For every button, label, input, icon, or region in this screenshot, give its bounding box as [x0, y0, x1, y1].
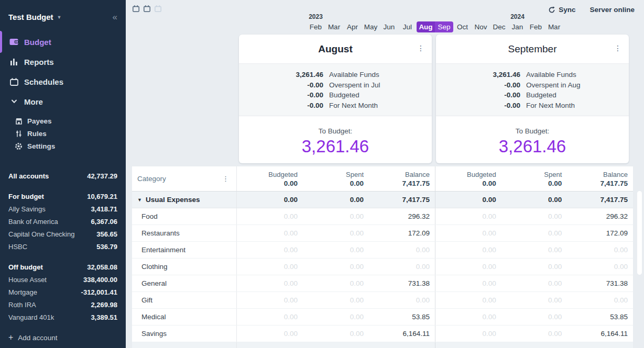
category-header-cell[interactable]: Category ⋮: [132, 166, 237, 191]
category-row[interactable]: Gift 0.00 0.00 0.00 0.00 0.00 0.00: [132, 292, 633, 309]
balance-cell[interactable]: 0.00: [567, 259, 633, 275]
account-row[interactable]: Mortgage -312,001.41: [8, 286, 117, 298]
budgeted-cell[interactable]: 0.00: [435, 208, 501, 224]
month-cell[interactable]: Feb: [527, 13, 545, 32]
server-status-button[interactable]: Server online: [590, 6, 635, 14]
month-cell[interactable]: Oct: [453, 13, 472, 32]
month-menu-icon[interactable]: ⋮: [417, 44, 424, 52]
account-row[interactable]: Ally Savings 3,418.71: [8, 203, 117, 215]
one-month-view-icon[interactable]: [133, 5, 139, 12]
budget-file-menu[interactable]: Test Budget ▼: [8, 13, 61, 21]
account-row[interactable]: Roth IRA 2,269.98: [8, 298, 117, 311]
balance-cell[interactable]: 296.32: [369, 208, 435, 224]
sidebar-item-settings[interactable]: Settings: [0, 140, 126, 152]
category-menu-icon[interactable]: ⋮: [222, 175, 229, 183]
month-cell[interactable]: Jul: [398, 13, 417, 32]
month-cell[interactable]: Jun: [380, 13, 398, 32]
category-row[interactable]: Restaurants 0.00 0.00 172.09 0.00 0.00 1…: [132, 225, 633, 242]
category-row[interactable]: General 0.00 0.00 731.38 0.00 0.00 731.3…: [132, 275, 633, 292]
category-name[interactable]: Restaurants: [132, 225, 237, 241]
balance-cell[interactable]: 172.09: [369, 225, 435, 241]
category-name[interactable]: Savings: [132, 325, 237, 342]
all-accounts-row[interactable]: All accounts 42,737.29: [8, 170, 117, 182]
category-group-row[interactable]: ▶Bills 0.00 0.00 0.00 0.00 0.00 0.00: [132, 342, 633, 348]
spent-cell[interactable]: 0.00: [303, 275, 369, 291]
budgeted-cell[interactable]: 0.00: [237, 325, 303, 342]
category-name[interactable]: Gift: [132, 292, 237, 308]
balance-cell[interactable]: 6,164.11: [369, 325, 435, 342]
budgeted-cell[interactable]: 0.00: [237, 309, 303, 325]
spent-cell[interactable]: 0.00: [501, 309, 567, 325]
budgeted-cell[interactable]: 0.00: [237, 292, 303, 308]
month-cell[interactable]: 2023Feb: [307, 13, 325, 32]
category-row[interactable]: Clothing 0.00 0.00 0.00 0.00 0.00 0.00: [132, 259, 633, 275]
spent-cell[interactable]: 0.00: [303, 325, 369, 342]
account-row[interactable]: Bank of America 6,367.06: [8, 215, 117, 228]
category-name[interactable]: Food: [132, 208, 237, 224]
balance-cell[interactable]: 0.00: [369, 242, 435, 258]
account-row[interactable]: Vanguard 401k 3,389.51: [8, 311, 117, 323]
account-row[interactable]: Capital One Checking 356.65: [8, 228, 117, 240]
sidebar-item-budget[interactable]: Budget: [0, 32, 126, 52]
spent-cell[interactable]: 0.00: [501, 292, 567, 308]
balance-cell[interactable]: 731.38: [567, 275, 633, 291]
sidebar-item-rules[interactable]: Rules: [0, 127, 126, 140]
month-cell-selected[interactable]: Sep: [435, 13, 453, 32]
collapse-sidebar-button[interactable]: «: [113, 13, 117, 21]
month-cell[interactable]: Mar: [545, 13, 563, 32]
spent-cell[interactable]: 0.00: [303, 208, 369, 224]
sidebar-item-more[interactable]: More: [0, 92, 126, 111]
month-cell[interactable]: 2024Jan: [508, 13, 527, 32]
spent-cell[interactable]: 0.00: [303, 242, 369, 258]
spent-cell[interactable]: 0.00: [303, 292, 369, 308]
spent-cell[interactable]: 0.00: [303, 309, 369, 325]
category-name[interactable]: General: [132, 275, 237, 291]
month-cell-selected[interactable]: Aug: [417, 13, 435, 32]
collapse-group-icon[interactable]: ▼: [137, 197, 142, 203]
category-group-row[interactable]: ▼Usual Expenses 0.00 0.00 7,417.75 0.00 …: [132, 192, 633, 208]
spent-cell[interactable]: 0.00: [303, 225, 369, 241]
spent-cell[interactable]: 0.00: [303, 259, 369, 275]
vertical-scrollbar-thumb[interactable]: [637, 191, 642, 275]
account-row[interactable]: House Asset 338,400.00: [8, 273, 117, 286]
budgeted-cell[interactable]: 0.00: [435, 242, 501, 258]
sidebar-item-schedules[interactable]: Schedules: [0, 72, 126, 92]
category-row[interactable]: Entertainment 0.00 0.00 0.00 0.00 0.00 0…: [132, 242, 633, 259]
balance-cell[interactable]: 6,164.11: [567, 325, 633, 342]
budgeted-cell[interactable]: 0.00: [435, 225, 501, 241]
month-cell[interactable]: Apr: [343, 13, 362, 32]
budgeted-cell[interactable]: 0.00: [435, 309, 501, 325]
month-cell[interactable]: Nov: [472, 13, 490, 32]
spent-cell[interactable]: 0.00: [501, 325, 567, 342]
spent-cell[interactable]: 0.00: [501, 259, 567, 275]
balance-cell[interactable]: 731.38: [369, 275, 435, 291]
three-month-view-icon[interactable]: [155, 5, 161, 12]
sidebar-item-payees[interactable]: Payees: [0, 115, 126, 127]
budgeted-cell[interactable]: 0.00: [237, 242, 303, 258]
budgeted-cell[interactable]: 0.00: [435, 275, 501, 291]
category-row[interactable]: Medical 0.00 0.00 53.85 0.00 0.00 53.85: [132, 309, 633, 325]
category-name[interactable]: Medical: [132, 309, 237, 325]
add-account-button[interactable]: + Add account: [8, 331, 117, 344]
balance-cell[interactable]: 0.00: [369, 259, 435, 275]
month-menu-icon[interactable]: ⋮: [614, 44, 621, 52]
month-cell[interactable]: May: [362, 13, 380, 32]
balance-cell[interactable]: 0.00: [567, 292, 633, 308]
budgeted-cell[interactable]: 0.00: [237, 208, 303, 224]
balance-cell[interactable]: 296.32: [567, 208, 633, 224]
to-budget-amount[interactable]: 3,261.46: [239, 137, 432, 156]
off-budget-row[interactable]: Off budget 32,058.08: [8, 261, 117, 273]
category-row[interactable]: Savings 0.00 0.00 6,164.11 0.00 0.00 6,1…: [132, 325, 633, 342]
balance-cell[interactable]: 0.00: [567, 242, 633, 258]
balance-cell[interactable]: 53.85: [369, 309, 435, 325]
for-budget-row[interactable]: For budget 10,679.21: [8, 190, 117, 203]
balance-cell[interactable]: 0.00: [369, 292, 435, 308]
category-name[interactable]: Clothing: [132, 259, 237, 275]
to-budget-amount[interactable]: 3,261.46: [436, 137, 629, 156]
sidebar-item-reports[interactable]: Reports: [0, 52, 126, 72]
category-row[interactable]: Food 0.00 0.00 296.32 0.00 0.00 296.32: [132, 208, 633, 225]
account-row[interactable]: HSBC 536.79: [8, 240, 117, 253]
spent-cell[interactable]: 0.00: [501, 275, 567, 291]
spent-cell[interactable]: 0.00: [501, 242, 567, 258]
budgeted-cell[interactable]: 0.00: [237, 225, 303, 241]
